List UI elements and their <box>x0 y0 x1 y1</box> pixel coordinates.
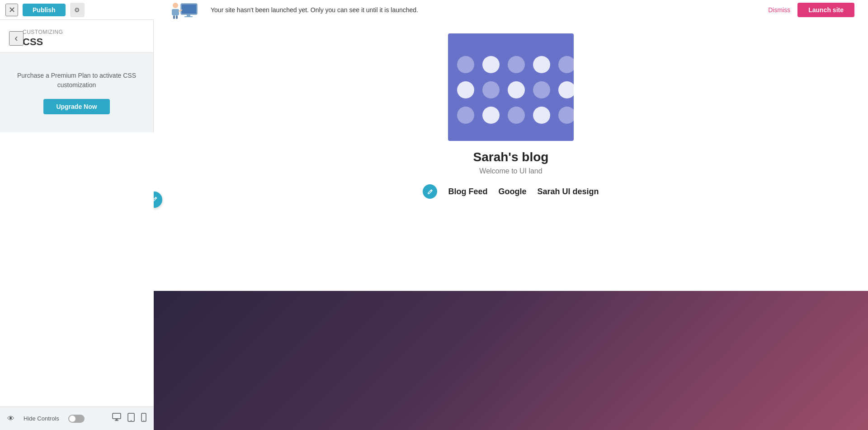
nav-blog-feed[interactable]: Blog Feed <box>448 187 487 196</box>
dot <box>457 107 474 124</box>
dot <box>457 56 474 73</box>
desktop-view-icon[interactable] <box>112 413 121 424</box>
nav-google[interactable]: Google <box>498 187 526 196</box>
sidebar: ‹ Customizing CSS Purchase a Premium Pla… <box>0 20 154 132</box>
blog-preview: Sarah's blog Welcome to UI land Blog Fee… <box>154 20 868 291</box>
customizing-label: Customizing <box>23 29 144 35</box>
hide-controls-label: Hide Controls <box>24 415 59 422</box>
launch-site-button[interactable]: Launch site <box>797 3 854 17</box>
dot <box>558 81 574 98</box>
dot <box>558 56 574 73</box>
svg-rect-5 <box>172 9 179 15</box>
launch-notice-bar: Your site hasn't been launched yet. Only… <box>154 0 868 20</box>
blog-nav-icon[interactable] <box>423 184 437 199</box>
toggle-knob <box>69 416 75 422</box>
mobile-view-icon[interactable] <box>141 413 146 424</box>
notice-illustration <box>167 0 203 20</box>
device-icons <box>112 413 146 424</box>
bottom-bar: 👁 Hide Controls <box>0 407 154 430</box>
dot <box>533 107 550 124</box>
css-page-title: CSS <box>23 36 144 48</box>
eye-icon: 👁 <box>7 415 14 423</box>
svg-rect-1 <box>182 5 196 14</box>
blog-title: Sarah's blog <box>473 150 549 164</box>
dot <box>508 81 525 98</box>
top-bar-left: ✕ Publish ⚙ <box>0 3 154 17</box>
svg-point-16 <box>143 420 144 421</box>
blog-header-image <box>448 33 574 141</box>
dot <box>482 81 500 98</box>
dot <box>508 107 525 124</box>
dot <box>482 107 500 124</box>
sidebar-header: ‹ Customizing CSS <box>0 20 153 53</box>
dismiss-button[interactable]: Dismiss <box>768 6 790 14</box>
svg-point-4 <box>173 3 178 8</box>
dot <box>533 56 550 73</box>
settings-button[interactable]: ⚙ <box>70 3 85 17</box>
svg-rect-3 <box>184 16 193 17</box>
preview-area: Sarah's blog Welcome to UI land Blog Fee… <box>154 20 868 430</box>
blog-subtitle: Welcome to UI land <box>479 167 542 175</box>
dot <box>457 81 474 98</box>
dark-gradient-section <box>154 291 868 430</box>
svg-rect-2 <box>187 14 190 16</box>
dot <box>508 56 525 73</box>
svg-rect-8 <box>176 15 178 19</box>
blog-navigation: Blog Feed Google Sarah UI design <box>423 184 599 199</box>
svg-rect-7 <box>173 15 175 19</box>
svg-rect-9 <box>113 413 121 419</box>
back-icon: ‹ <box>14 33 18 44</box>
dots-pattern <box>457 56 574 124</box>
nav-sarah-ui-design[interactable]: Sarah UI design <box>537 187 599 196</box>
svg-point-14 <box>131 420 132 421</box>
close-button[interactable]: ✕ <box>5 4 18 16</box>
sidebar-header-inner: ‹ Customizing CSS <box>9 29 144 48</box>
sidebar-wrapper: ‹ Customizing CSS Purchase a Premium Pla… <box>0 20 154 430</box>
tablet-view-icon[interactable] <box>127 413 135 424</box>
dot <box>482 56 500 73</box>
notice-text: Your site hasn't been launched yet. Only… <box>211 6 761 14</box>
publish-button[interactable]: Publish <box>23 4 66 16</box>
dot <box>558 107 574 124</box>
top-bar: ✕ Publish ⚙ Your si <box>0 0 868 20</box>
upgrade-now-button[interactable]: Upgrade Now <box>43 99 109 114</box>
dot <box>533 81 550 98</box>
back-button[interactable]: ‹ <box>9 31 24 46</box>
upgrade-message: Purchase a Premium Plan to activate CSS … <box>9 71 144 90</box>
main-content: ‹ Customizing CSS Purchase a Premium Pla… <box>0 20 868 430</box>
hide-controls-toggle[interactable] <box>68 415 85 423</box>
gear-icon: ⚙ <box>74 6 80 14</box>
sidebar-body: Purchase a Premium Plan to activate CSS … <box>0 53 153 132</box>
